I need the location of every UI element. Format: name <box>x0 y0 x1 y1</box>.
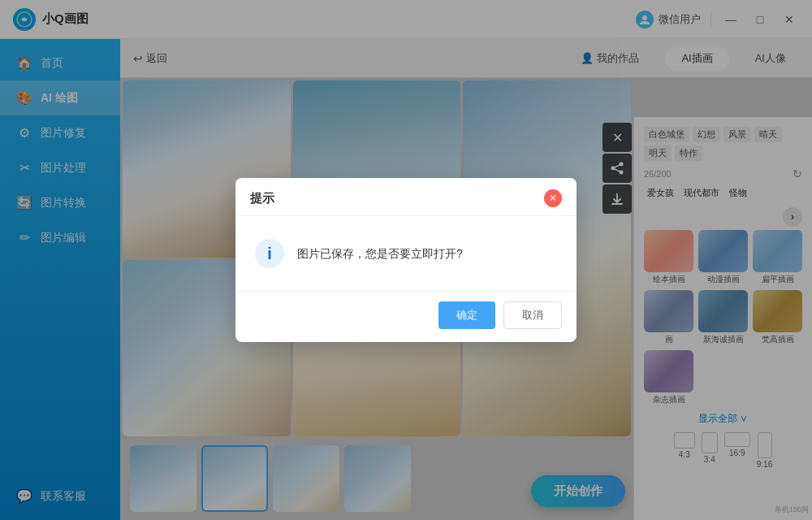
dialog-close-icon: ✕ <box>549 193 557 204</box>
dialog-close-button[interactable]: ✕ <box>544 189 562 207</box>
dialog-header: 提示 ✕ <box>235 178 577 216</box>
cancel-button[interactable]: 取消 <box>503 301 562 329</box>
dialog-body: i 图片已保存，您是否要立即打开? <box>235 216 577 291</box>
right-panel: ↩ 返回 👤 我的作品 AI插画 AI人像 <box>120 39 812 520</box>
dialog-message: 图片已保存，您是否要立即打开? <box>297 245 463 262</box>
dialog-overlay: 提示 ✕ i 图片已保存，您是否要立即打开? 确定 取消 <box>120 39 812 520</box>
dialog-title: 提示 <box>250 191 274 206</box>
dialog-footer: 确定 取消 <box>235 291 577 342</box>
main-content: 🏠 首页 🎨 AI 绘图 ⚙ 图片修复 ✂ 图片处理 🔄 图片转换 ✏ 图片编 <box>0 39 812 520</box>
dialog: 提示 ✕ i 图片已保存，您是否要立即打开? 确定 取消 <box>235 178 577 342</box>
dialog-info-icon: i <box>255 239 284 268</box>
info-letter: i <box>267 245 272 263</box>
confirm-button[interactable]: 确定 <box>438 301 495 329</box>
